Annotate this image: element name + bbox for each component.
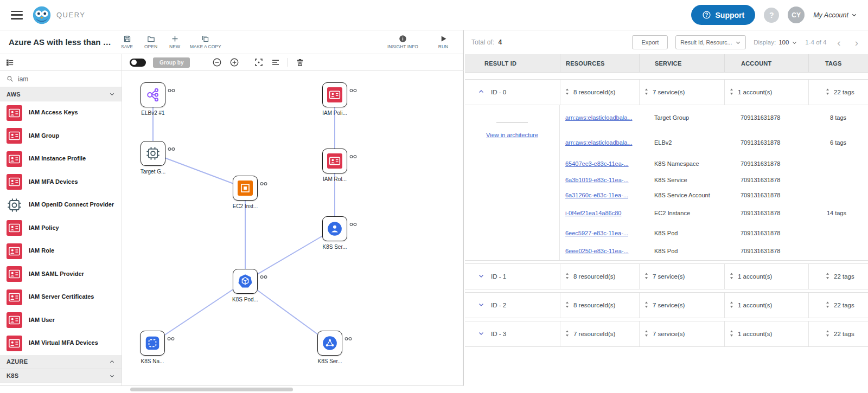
graph-node-iam-role[interactable]: IAM Rol... bbox=[322, 149, 347, 173]
sidebar-item-iam-virtual-mfa-devices[interactable]: IAM Virtual MFA Devices bbox=[0, 332, 122, 355]
column-header-service[interactable]: SERVICE bbox=[639, 54, 724, 72]
delete-icon[interactable] bbox=[295, 57, 305, 67]
resource-link[interactable]: 6eee0250-e83c-11ea-... bbox=[560, 248, 639, 254]
node-label: EC2 Inst... bbox=[233, 203, 258, 209]
column-header-resources[interactable]: RESOURCES bbox=[560, 54, 639, 72]
result-id: ID - 0 bbox=[491, 89, 506, 95]
sort-icon[interactable] bbox=[565, 272, 570, 281]
graph-node-elbv2[interactable]: ELBv2 #1 bbox=[141, 82, 165, 107]
sort-icon[interactable] bbox=[644, 88, 649, 96]
sidebar-item-iam-policy[interactable]: IAM Policy bbox=[0, 217, 122, 240]
sort-icon[interactable] bbox=[644, 330, 649, 338]
graph-canvas[interactable]: ELBv2 #1 IAM Poli... Target G... IAM Rol… bbox=[122, 71, 464, 378]
sort-icon[interactable] bbox=[825, 88, 830, 96]
result-row-0-header[interactable]: ID - 0 8 resourceId(s) 7 service(s) 1 ac… bbox=[465, 80, 868, 105]
sidebar-section-azure[interactable]: AZURE bbox=[0, 355, 122, 369]
sidebar-item-iam-openid-connect-provider[interactable]: IAM OpenID Connect Provider bbox=[0, 194, 122, 217]
support-button[interactable]: Support bbox=[691, 5, 756, 25]
save-button[interactable]: SAVE bbox=[118, 35, 136, 49]
chevron-up-icon bbox=[109, 359, 115, 365]
graph-node-iam-policy[interactable]: IAM Poli... bbox=[322, 82, 347, 107]
column-header-result-id[interactable]: RESULT ID bbox=[465, 54, 560, 72]
resource-link[interactable]: 6a3b1019-e83c-11ea-... bbox=[560, 177, 639, 183]
result-row-3-header[interactable]: ID - 3 7 resourceId(s) 7 service(s) 1 ac… bbox=[465, 321, 868, 346]
node-label: IAM Poli... bbox=[322, 110, 347, 116]
sort-icon[interactable] bbox=[825, 272, 830, 281]
sort-icon[interactable] bbox=[825, 330, 830, 338]
sort-icon[interactable] bbox=[729, 272, 734, 281]
list-view-icon[interactable] bbox=[5, 58, 15, 67]
resource-link[interactable]: arn:aws:elasticloadbala... bbox=[560, 114, 639, 121]
sidebar-item-iam-user[interactable]: IAM User bbox=[0, 309, 122, 332]
sidebar-section-aws[interactable]: AWS bbox=[0, 87, 122, 101]
previous-page-icon[interactable]: ‹ bbox=[834, 37, 844, 48]
display-count-dropdown[interactable]: Display: 100 bbox=[754, 39, 797, 46]
insight-info-button[interactable]: INSIGHT INFO bbox=[387, 35, 418, 49]
export-button[interactable]: Export bbox=[632, 35, 668, 49]
sort-icon[interactable] bbox=[565, 330, 570, 338]
search-input[interactable] bbox=[18, 75, 110, 83]
sort-icon[interactable] bbox=[825, 301, 830, 310]
graph-node-target-group[interactable]: Target G... bbox=[141, 141, 165, 166]
sidebar-item-label: IAM Server Certificates bbox=[29, 293, 98, 301]
scrollbar-thumb[interactable] bbox=[130, 388, 293, 391]
results-controls: Total of: 4 Export Result Id, Resourc...… bbox=[465, 30, 868, 54]
sidebar-item-iam-role[interactable]: IAM Role bbox=[0, 240, 122, 263]
columns-filter-dropdown[interactable]: Result Id, Resourc... bbox=[675, 35, 746, 49]
graph-node-k8s-service-account[interactable]: K8S Ser... bbox=[322, 216, 347, 241]
sort-icon[interactable] bbox=[729, 330, 734, 338]
account-id: 709131631878 bbox=[724, 114, 808, 121]
sort-icon[interactable] bbox=[729, 88, 734, 96]
new-button[interactable]: NEW bbox=[166, 35, 183, 49]
result-id: ID - 1 bbox=[491, 273, 506, 280]
expand-chevron-icon[interactable] bbox=[478, 301, 484, 309]
sidebar-item-iam-access-keys[interactable]: IAM Access Keys bbox=[0, 101, 122, 125]
view-in-architecture-link[interactable]: View in architecture bbox=[486, 132, 538, 138]
run-button[interactable]: RUN bbox=[435, 35, 452, 49]
expand-chevron-icon[interactable] bbox=[478, 330, 484, 338]
horizontal-scrollbar[interactable] bbox=[0, 385, 464, 393]
k8s-service-account-icon bbox=[327, 221, 342, 236]
graph-node-ec2-instance[interactable]: EC2 Inst... bbox=[233, 176, 258, 201]
open-button[interactable]: OPEN bbox=[142, 35, 159, 49]
align-lines-icon[interactable] bbox=[271, 57, 280, 67]
sort-icon[interactable] bbox=[729, 301, 734, 310]
my-account-menu[interactable]: My Account bbox=[813, 11, 857, 19]
sidebar-item-iam-group[interactable]: IAM Group bbox=[0, 125, 122, 148]
sidebar-item-iam-instance-profile[interactable]: IAM Instance Profile bbox=[0, 147, 122, 171]
app-logo[interactable]: QUERY bbox=[31, 5, 86, 25]
expand-chevron-icon[interactable] bbox=[478, 273, 484, 280]
resource-link[interactable]: 6eec5927-e83c-11ea-... bbox=[560, 230, 639, 236]
next-page-icon[interactable]: › bbox=[852, 37, 861, 48]
make-a-copy-button[interactable]: MAKE A COPY bbox=[190, 35, 221, 49]
avatar[interactable]: CY bbox=[788, 7, 805, 23]
graph-node-k8s-namespace[interactable]: K8S Na... bbox=[140, 331, 165, 356]
resource-link[interactable]: i-0f4ef21ea14a86c80 bbox=[560, 210, 639, 216]
resource-link[interactable]: arn:aws:elasticloadbala... bbox=[560, 139, 639, 146]
resource-link[interactable]: 6a31260c-e83c-11ea-... bbox=[560, 192, 639, 198]
group-by-button[interactable]: Group by bbox=[153, 57, 190, 68]
graph-node-k8s-service[interactable]: K8S Ser... bbox=[317, 331, 342, 356]
sort-icon[interactable] bbox=[565, 301, 570, 310]
result-row-1-header[interactable]: ID - 1 8 resourceId(s) 7 service(s) 1 ac… bbox=[465, 264, 868, 289]
column-header-tags[interactable]: TAGS bbox=[808, 54, 868, 72]
sidebar-item-iam-mfa-devices[interactable]: IAM MFA Devices bbox=[0, 171, 122, 194]
menu-icon[interactable] bbox=[11, 11, 23, 20]
zoom-out-icon[interactable] bbox=[212, 57, 222, 67]
zoom-in-icon[interactable] bbox=[229, 57, 239, 67]
fit-to-screen-icon[interactable] bbox=[254, 57, 264, 67]
group-by-toggle[interactable] bbox=[130, 59, 146, 67]
collapse-chevron-icon[interactable] bbox=[478, 88, 484, 96]
sort-icon[interactable] bbox=[644, 301, 649, 310]
sidebar-item-iam-server-certificates[interactable]: IAM Server Certificates bbox=[0, 286, 122, 309]
graph-node-k8s-pod[interactable]: K8S Pod... bbox=[233, 269, 258, 294]
resource-link[interactable]: 65407ee3-e83c-11ea-... bbox=[560, 160, 639, 167]
sidebar-section-k8s[interactable]: K8S bbox=[0, 369, 122, 383]
column-header-account[interactable]: ACCOUNT bbox=[724, 54, 808, 72]
sort-icon[interactable] bbox=[565, 88, 570, 96]
query-header: Azure AS with less than 2 V... SAVE OPEN… bbox=[0, 30, 463, 54]
help-circle-button[interactable]: ? bbox=[764, 8, 779, 23]
sidebar-item-iam-saml-provider[interactable]: IAM SAML Provider bbox=[0, 263, 122, 286]
sort-icon[interactable] bbox=[644, 272, 649, 281]
result-row-2-header[interactable]: ID - 2 8 resourceId(s) 7 service(s) 1 ac… bbox=[465, 293, 868, 318]
